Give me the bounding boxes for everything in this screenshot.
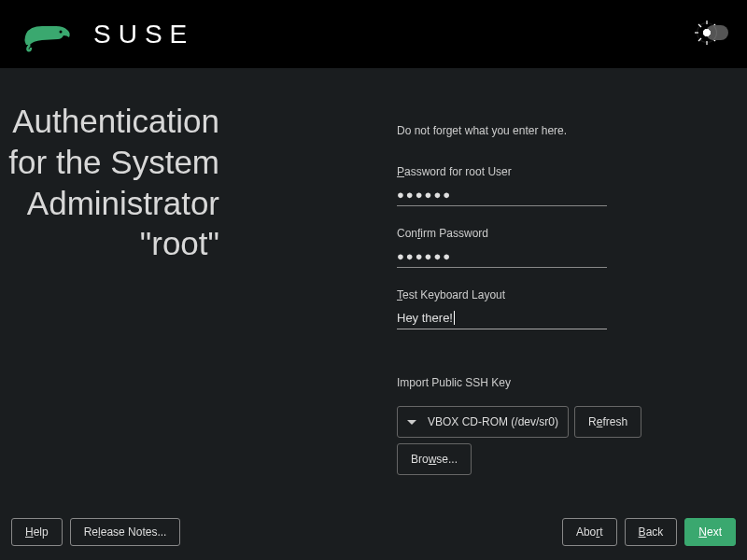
ssh-section: Import Public SSH Key VBOX CD-ROM (/dev/…	[397, 376, 747, 475]
confirm-password-label: Confirm Password	[397, 227, 607, 240]
release-notes-button[interactable]: Release Notes...	[70, 518, 181, 546]
brand-text: SUSE	[93, 20, 194, 49]
ssh-source-dropdown[interactable]: VBOX CD-ROM (/dev/sr0)	[397, 406, 569, 438]
footer: Help Release Notes... Abort Back Next	[0, 516, 747, 560]
chevron-down-icon	[407, 420, 416, 425]
password-field-group: Password for root User ●●●●●●	[397, 165, 607, 206]
theme-toggle[interactable]	[706, 25, 728, 43]
keyboard-test-input[interactable]: Hey there!	[397, 307, 607, 329]
chameleon-logo-icon	[19, 17, 75, 52]
page-title-line: Administrator	[27, 185, 219, 221]
next-button[interactable]: Next	[684, 518, 736, 546]
svg-point-1	[60, 30, 63, 33]
keyboard-test-label: Test Keyboard Layout	[397, 288, 607, 301]
ssh-source-value: VBOX CD-ROM (/dev/sr0)	[428, 415, 558, 428]
confirm-password-field-group: Confirm Password ●●●●●●	[397, 227, 607, 268]
logo-area: SUSE	[19, 17, 194, 52]
hint-text: Do not forget what you enter here.	[397, 124, 747, 137]
left-panel: Authentication for the System Administra…	[0, 68, 219, 516]
page-title-line: Authentication	[12, 103, 219, 139]
page-title-line: for the System	[8, 144, 219, 180]
refresh-button[interactable]: Refresh	[574, 406, 641, 438]
ssh-label: Import Public SSH Key	[397, 376, 747, 389]
page-title-line: "root"	[140, 225, 219, 261]
password-input[interactable]: ●●●●●●	[397, 184, 607, 206]
keyboard-test-field-group: Test Keyboard Layout Hey there!	[397, 288, 607, 329]
main-content: Authentication for the System Administra…	[0, 68, 747, 516]
header: SUSE	[0, 0, 747, 68]
back-button[interactable]: Back	[625, 518, 678, 546]
password-label: Password for root User	[397, 165, 607, 178]
help-button[interactable]: Help	[11, 518, 63, 546]
browse-button[interactable]: Browse...	[397, 443, 472, 475]
form-panel: Do not forget what you enter here. Passw…	[219, 68, 747, 516]
abort-button[interactable]: Abort	[562, 518, 617, 546]
confirm-password-input[interactable]: ●●●●●●	[397, 245, 607, 268]
page-title: Authentication for the System Administra…	[0, 101, 219, 264]
